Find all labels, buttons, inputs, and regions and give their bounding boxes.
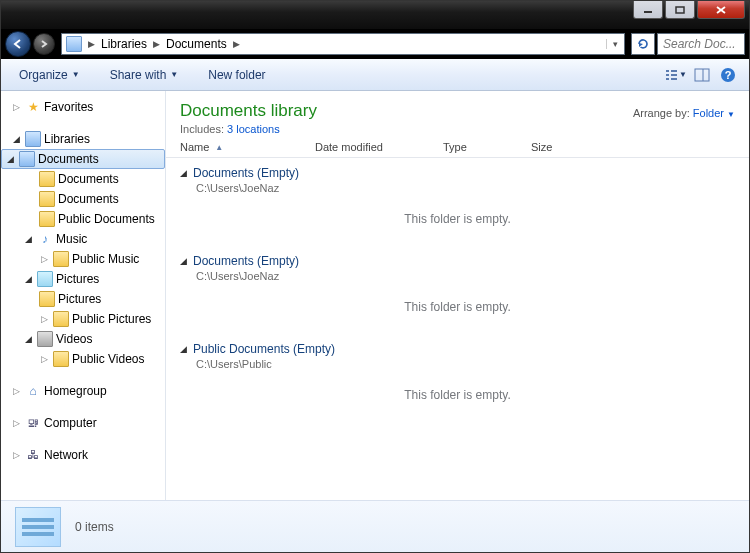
group-name: Public Documents (Empty) — [193, 342, 335, 356]
column-name[interactable]: Name ▲ — [180, 141, 315, 153]
breadcrumb[interactable]: Libraries — [97, 37, 151, 51]
expander-icon[interactable]: ▷ — [39, 254, 50, 264]
search-placeholder: Search Doc... — [663, 37, 736, 51]
expander-icon[interactable]: ◢ — [23, 234, 34, 244]
view-options-button[interactable]: ▼ — [665, 64, 687, 86]
expander-icon[interactable]: ▷ — [11, 386, 22, 396]
svg-rect-10 — [695, 69, 709, 81]
tree-homegroup[interactable]: ▷ ⌂ Homegroup — [1, 381, 165, 401]
tree-pictures[interactable]: ◢ Pictures — [1, 269, 165, 289]
svg-rect-8 — [666, 78, 669, 80]
column-date[interactable]: Date modified — [315, 141, 443, 153]
tree-network[interactable]: ▷ 🖧 Network — [1, 445, 165, 465]
group-name: Documents (Empty) — [193, 166, 299, 180]
file-group: ◢Documents (Empty)C:\Users\JoeNazThis fo… — [166, 246, 749, 334]
group-path: C:\Users\JoeNaz — [196, 182, 735, 194]
minimize-button[interactable] — [633, 1, 663, 19]
svg-rect-7 — [671, 74, 677, 76]
music-icon: ♪ — [37, 231, 53, 247]
empty-message: This folder is empty. — [180, 282, 735, 328]
close-button[interactable] — [697, 1, 745, 19]
group-header[interactable]: ◢Public Documents (Empty) — [180, 342, 735, 356]
chevron-right-icon[interactable]: ▶ — [231, 39, 242, 49]
folder-icon — [53, 351, 69, 367]
navigation-pane: ▷ ★ Favorites ◢ Libraries ◢ Documents Do… — [1, 91, 166, 500]
videos-icon — [37, 331, 53, 347]
collapse-icon[interactable]: ◢ — [180, 344, 187, 354]
folder-icon — [53, 251, 69, 267]
maximize-button[interactable] — [665, 1, 695, 19]
search-input[interactable]: Search Doc... — [657, 33, 745, 55]
expander-icon[interactable]: ◢ — [5, 154, 16, 164]
group-header[interactable]: ◢Documents (Empty) — [180, 166, 735, 180]
tree-music[interactable]: ◢ ♪ Music — [1, 229, 165, 249]
explorer-window: ▶ Libraries ▶ Documents ▶ ▾ Search Doc..… — [0, 0, 750, 553]
homegroup-icon: ⌂ — [25, 383, 41, 399]
file-list: ◢Documents (Empty)C:\Users\JoeNazThis fo… — [166, 158, 749, 422]
expander-icon[interactable]: ▷ — [11, 450, 22, 460]
location-icon — [66, 36, 82, 52]
collapse-icon[interactable]: ◢ — [180, 168, 187, 178]
address-dropdown[interactable]: ▾ — [606, 39, 624, 49]
folder-icon — [39, 171, 55, 187]
address-bar[interactable]: ▶ Libraries ▶ Documents ▶ ▾ — [61, 33, 625, 55]
library-header: Documents library Includes: 3 locations … — [166, 91, 749, 137]
expander-icon[interactable]: ▷ — [39, 354, 50, 364]
tree-videos[interactable]: ◢ Videos — [1, 329, 165, 349]
tree-item[interactable]: Pictures — [1, 289, 165, 309]
help-button[interactable]: ? — [717, 64, 739, 86]
tree-item[interactable]: ▷ Public Pictures — [1, 309, 165, 329]
expander-icon[interactable]: ▷ — [11, 102, 22, 112]
sort-ascending-icon: ▲ — [215, 143, 223, 152]
column-size[interactable]: Size — [531, 141, 601, 153]
svg-rect-4 — [666, 70, 669, 72]
back-button[interactable] — [5, 31, 31, 57]
empty-message: This folder is empty. — [180, 194, 735, 240]
file-group: ◢Documents (Empty)C:\Users\JoeNazThis fo… — [166, 158, 749, 246]
tree-item[interactable]: ▷ Public Music — [1, 249, 165, 269]
tree-item[interactable]: Public Documents — [1, 209, 165, 229]
tree-libraries[interactable]: ◢ Libraries — [1, 129, 165, 149]
folder-icon — [39, 191, 55, 207]
new-folder-button[interactable]: New folder — [200, 64, 273, 86]
collapse-icon[interactable]: ◢ — [180, 256, 187, 266]
locations-link[interactable]: 3 locations — [227, 123, 280, 135]
group-name: Documents (Empty) — [193, 254, 299, 268]
chevron-down-icon: ▼ — [727, 110, 735, 119]
breadcrumb[interactable]: Documents — [162, 37, 231, 51]
arrange-by[interactable]: Arrange by: Folder ▼ — [633, 101, 735, 119]
tree-computer[interactable]: ▷ 🖳 Computer — [1, 413, 165, 433]
documents-library-icon — [19, 151, 35, 167]
tree-favorites[interactable]: ▷ ★ Favorites — [1, 97, 165, 117]
refresh-button[interactable] — [631, 33, 655, 55]
chevron-right-icon[interactable]: ▶ — [86, 39, 97, 49]
svg-rect-1 — [676, 7, 684, 13]
svg-rect-6 — [666, 74, 669, 76]
chevron-down-icon: ▼ — [679, 70, 687, 79]
forward-button[interactable] — [33, 33, 55, 55]
preview-pane-button[interactable] — [691, 64, 713, 86]
tree-documents[interactable]: ◢ Documents — [1, 149, 165, 169]
tree-item[interactable]: Documents — [1, 189, 165, 209]
group-path: C:\Users\JoeNaz — [196, 270, 735, 282]
pictures-icon — [37, 271, 53, 287]
command-bar: Organize▼ Share with▼ New folder ▼ ? — [1, 59, 749, 91]
expander-icon[interactable]: ▷ — [11, 418, 22, 428]
main-area: ▷ ★ Favorites ◢ Libraries ◢ Documents Do… — [1, 91, 749, 500]
expander-icon[interactable]: ◢ — [23, 334, 34, 344]
item-count: 0 items — [75, 520, 114, 534]
expander-icon[interactable]: ▷ — [39, 314, 50, 324]
share-with-button[interactable]: Share with▼ — [102, 64, 187, 86]
tree-item[interactable]: ▷ Public Videos — [1, 349, 165, 369]
library-includes: Includes: 3 locations — [180, 123, 317, 135]
star-icon: ★ — [25, 99, 41, 115]
chevron-right-icon[interactable]: ▶ — [151, 39, 162, 49]
tree-item[interactable]: Documents — [1, 169, 165, 189]
titlebar — [1, 1, 749, 29]
column-type[interactable]: Type — [443, 141, 531, 153]
content-pane: Documents library Includes: 3 locations … — [166, 91, 749, 500]
expander-icon[interactable]: ◢ — [23, 274, 34, 284]
group-header[interactable]: ◢Documents (Empty) — [180, 254, 735, 268]
expander-icon[interactable]: ◢ — [11, 134, 22, 144]
organize-button[interactable]: Organize▼ — [11, 64, 88, 86]
